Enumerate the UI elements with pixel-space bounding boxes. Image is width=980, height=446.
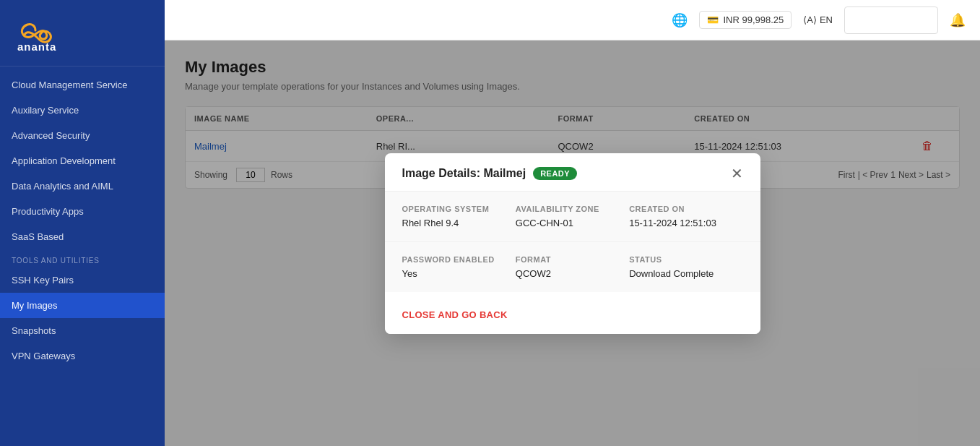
sidebar-item-application-development[interactable]: Application Development [0,148,165,173]
modal-field-az: Availability Zone GCC-CHN-01 [516,205,629,228]
sidebar-item-productivity-apps[interactable]: Productivity Apps [0,199,165,224]
modal-header: Image Details: Mailmej READY ✕ [385,153,760,192]
sidebar-item-saas-based[interactable]: SaaS Based [0,224,165,249]
notification-bell-icon[interactable]: 🔔 [950,12,966,28]
modal-field-password: Password Enabled Yes [402,255,516,279]
topbar: 🌐 💳 INR 99,998.25 ⟨A⟩ EN 🔔 [165,0,980,40]
globe-icon[interactable]: 🌐 [672,12,688,28]
sidebar-item-cloud-management[interactable]: Cloud Management Service [0,72,165,98]
sidebar-item-snapshots[interactable]: Snapshots [0,318,165,343]
translate-icon: ⟨A⟩ [803,14,817,25]
modal-section-top: Operating System Rhel Rhel 9.4 Availabil… [385,192,760,242]
sidebar-item-vpn-gateways[interactable]: VPN Gateways [0,343,165,369]
modal-overlay: Image Details: Mailmej READY ✕ Operating… [165,40,980,446]
user-profile-box[interactable] [844,7,938,34]
modal-section-bottom: Password Enabled Yes Format QCOW2 Status… [385,242,760,292]
image-details-modal: Image Details: Mailmej READY ✕ Operating… [385,153,760,334]
ready-badge: READY [533,167,577,180]
sidebar-item-advanced-security[interactable]: Advanced Security [0,123,165,148]
credit-card-icon: 💳 [707,14,719,25]
ananta-logo-svg: ananta STPI CLOUD SERVICES [12,13,98,53]
sidebar: ananta STPI CLOUD SERVICES Cloud Managem… [0,0,165,446]
modal-title: Image Details: Mailmej [402,167,526,180]
sidebar-item-auxiliary-service[interactable]: Auxilary Service [0,98,165,123]
modal-field-os: Operating System Rhel Rhel 9.4 [402,205,516,228]
modal-footer: CLOSE AND GO BACK [385,298,760,334]
close-and-go-back-link[interactable]: CLOSE AND GO BACK [402,309,508,320]
language-selector[interactable]: ⟨A⟩ EN [803,14,833,25]
tools-section-label: TOOLS AND UTILITIES [0,249,165,267]
modal-field-created: CREATED ON 15-11-2024 12:51:03 [629,205,742,228]
main-content: 🌐 💳 INR 99,998.25 ⟨A⟩ EN 🔔 My Images Man… [165,0,980,446]
modal-body: Operating System Rhel Rhel 9.4 Availabil… [385,192,760,298]
modal-field-format: Format QCOW2 [516,255,629,279]
modal-close-button[interactable]: ✕ [731,166,743,181]
sidebar-item-data-analytics[interactable]: Data Analytics and AIML [0,173,165,199]
modal-title-area: Image Details: Mailmej READY [402,167,578,180]
sidebar-item-ssh-key-pairs[interactable]: SSH Key Pairs [0,267,165,293]
svg-text:ananta: ananta [17,40,56,53]
modal-field-status: Status Download Complete [629,255,742,279]
sidebar-item-my-images[interactable]: My Images [0,293,165,318]
page-content: My Images Manage your template operation… [165,40,980,446]
balance-display: 💳 INR 99,998.25 [699,11,792,29]
sidebar-nav: Cloud Management Service Auxilary Servic… [0,67,165,446]
sidebar-logo: ananta STPI CLOUD SERVICES [0,0,165,67]
